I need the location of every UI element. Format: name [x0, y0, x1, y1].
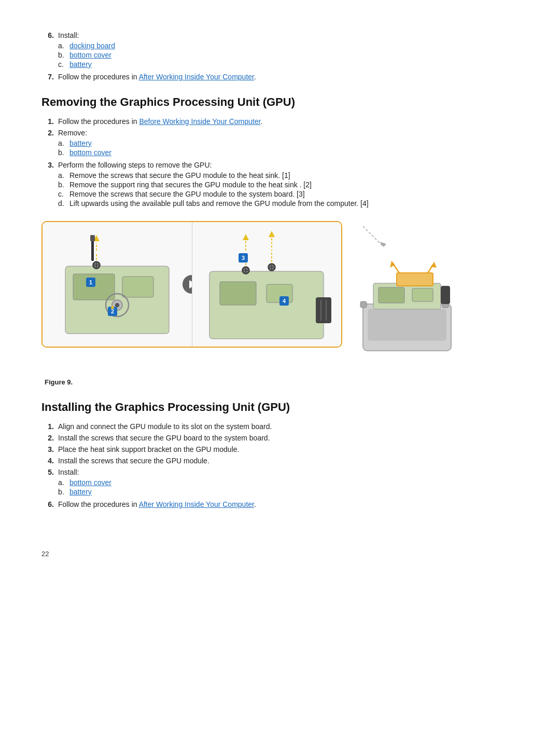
sub-item-c: c. battery: [58, 60, 519, 68]
svg-rect-49: [379, 287, 404, 303]
sub-label-a: a.: [58, 42, 66, 50]
inst-step-num-6: 6.: [41, 500, 54, 508]
inst-step-num-1: 1.: [41, 422, 54, 431]
bottom-cover-link-2[interactable]: bottom cover: [69, 148, 111, 157]
remove-sub-b: b. bottom cover: [58, 148, 519, 157]
install-final-sublist: a. bottom cover b. battery: [58, 478, 519, 496]
remove-label-a: a.: [58, 139, 66, 147]
figure-caption: Figure 9.: [45, 378, 519, 386]
svg-marker-35: [243, 234, 249, 240]
item-num-7: 7.: [41, 73, 54, 81]
gpu-step-a: a. Remove the screws that secure the GPU…: [58, 171, 519, 180]
install-gpu-step-4: 4. Install the screws that secure the GP…: [41, 457, 519, 465]
gpu-step-a-text: Remove the screws that secure the GPU mo…: [69, 171, 290, 180]
install-gpu-step-5: 5. Install: a. bottom cover b. battery: [41, 468, 519, 497]
sub-item-a: a. docking board: [58, 42, 519, 50]
gpu-step-label-a: a.: [58, 171, 66, 180]
final-label-a: a.: [58, 478, 66, 487]
gpu-step-d: d. Lift upwards using the available pull…: [58, 199, 519, 208]
battery-link-2[interactable]: battery: [69, 139, 92, 147]
inst-step-content-1: Align and connect the GPU module to its …: [58, 422, 519, 431]
remove-sub-a: a. battery: [58, 139, 519, 147]
gpu-step-label-d: d.: [58, 199, 66, 208]
inst-step-num-2: 2.: [41, 434, 54, 442]
step-content-3: Perform the following steps to remove th…: [58, 161, 519, 209]
svg-marker-36: [269, 231, 275, 237]
svg-line-44: [363, 226, 384, 247]
svg-rect-51: [397, 273, 433, 286]
step-num-1: 1.: [41, 117, 54, 126]
install-list: 6. Install: a. docking board b. bottom c…: [41, 31, 519, 81]
inst-step-content-3: Place the heat sink support bracket on t…: [58, 445, 519, 453]
gpu-left-diagram: 1 2: [50, 225, 185, 344]
install-gpu-step-3: 3. Place the heat sink support bracket o…: [41, 445, 519, 453]
step-content-2: Remove: a. battery b. bottom cover: [58, 129, 519, 158]
svg-rect-2: [122, 277, 153, 297]
item-num: 6.: [41, 31, 54, 70]
gpu-step-b-text: Remove the support ring that secures the…: [69, 181, 312, 189]
after-working-link-2[interactable]: After Working Inside Your Computer: [139, 500, 254, 508]
remove-step-2: 2. Remove: a. battery b. bottom cover: [41, 129, 519, 158]
step-num-2: 2.: [41, 129, 54, 158]
sub-item-b: b. bottom cover: [58, 51, 519, 59]
inst-step4-text: Install the screws that secure the GPU m…: [58, 457, 209, 465]
figure-bordered-panels: 1 2: [41, 221, 342, 348]
svg-rect-47: [368, 309, 446, 340]
after-working-link-1[interactable]: After Working Inside Your Computer: [139, 73, 254, 81]
installing-gpu-heading: Installing the Graphics Processing Unit …: [41, 401, 519, 414]
item-content: Install: a. docking board b. bottom cove…: [58, 31, 519, 70]
gpu-step-b: b. Remove the support ring that secures …: [58, 181, 519, 189]
step-num-3: 3.: [41, 161, 54, 209]
bottom-cover-link-3[interactable]: bottom cover: [69, 478, 111, 487]
svg-rect-50: [412, 288, 433, 301]
gpu-step-c-text: Remove the screws that secure the GPU mo…: [69, 190, 305, 198]
gpu-step-label-b: b.: [58, 181, 66, 189]
install-item-7: 7. Follow the procedures in After Workin…: [41, 73, 519, 81]
figure-panel-left: 1 2: [43, 222, 192, 347]
sub-label-b: b.: [58, 51, 66, 59]
install-item-6: 6. Install: a. docking board b. bottom c…: [41, 31, 519, 70]
inst-step-num-4: 4.: [41, 457, 54, 465]
step3-text: Perform the following steps to remove th…: [58, 161, 212, 169]
battery-link-1[interactable]: battery: [69, 60, 92, 68]
inst-step2-text: Install the screws that secure the GPU b…: [58, 434, 270, 442]
remove-sublist: a. battery b. bottom cover: [58, 139, 519, 157]
item-content-7: Follow the procedures in After Working I…: [58, 73, 519, 81]
laptop-side-svg: [353, 221, 456, 371]
gpu-steps-sublist: a. Remove the screws that secure the GPU…: [58, 171, 519, 208]
remove-text: Remove:: [58, 129, 87, 137]
figure-inner: 1 2: [41, 221, 519, 373]
before-working-link[interactable]: Before Working Inside Your Computer: [139, 117, 260, 126]
gpu-step-d-text: Lift upwards using the available pull ta…: [69, 199, 369, 208]
step1-period: .: [260, 117, 262, 126]
docking-board-link[interactable]: docking board: [69, 42, 115, 50]
inst-step5-text: Install:: [58, 468, 79, 476]
inst-step-content-6: Follow the procedures in After Working I…: [58, 500, 519, 508]
final-sub-b: b. battery: [58, 488, 519, 496]
battery-link-3[interactable]: battery: [69, 488, 92, 496]
gpu-step-c: c. Remove the screws that secure the GPU…: [58, 190, 519, 198]
svg-rect-21: [220, 282, 256, 305]
final-sub-a: a. bottom cover: [58, 478, 519, 487]
inst-step-num-3: 3.: [41, 445, 54, 453]
figure-panel-right: 3 4: [192, 222, 342, 347]
inst-step-content-2: Install the screws that secure the GPU b…: [58, 434, 519, 442]
remove-step-3: 3. Perform the following steps to remove…: [41, 161, 519, 209]
svg-text:2: 2: [111, 308, 114, 314]
svg-rect-56: [360, 301, 367, 308]
inst-step-content-4: Install the screws that secure the GPU m…: [58, 457, 519, 465]
svg-rect-58: [441, 286, 450, 304]
inst-step3-text: Place the heat sink support bracket on t…: [58, 445, 239, 453]
bottom-cover-link-1[interactable]: bottom cover: [69, 51, 111, 59]
step-content-1: Follow the procedures in Before Working …: [58, 117, 519, 126]
install-gpu-step-2: 2. Install the screws that secure the GP…: [41, 434, 519, 442]
page-number: 22: [41, 550, 519, 558]
svg-rect-37: [316, 297, 331, 323]
remove-step-1: 1. Follow the procedures in Before Worki…: [41, 117, 519, 126]
svg-text:3: 3: [242, 255, 245, 261]
figure-side-diagram: [353, 221, 456, 373]
inst-step1-text: Align and connect the GPU module to its …: [58, 422, 272, 431]
installing-gpu-list: 1. Align and connect the GPU module to i…: [41, 422, 519, 508]
gpu-right-diagram: 3 4: [194, 225, 339, 344]
inst-step6-period: .: [254, 500, 256, 508]
